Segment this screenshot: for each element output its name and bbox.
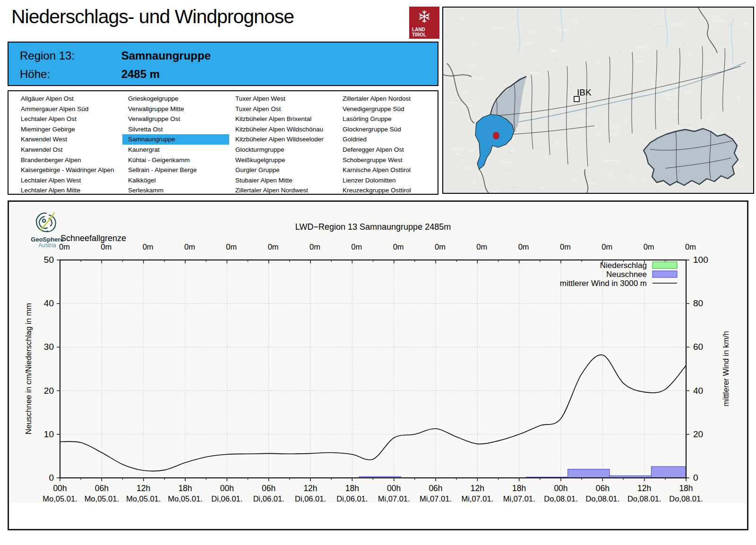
region-list-item-sellrain-alpeiner-berge[interactable]: Sellrain - Alpeiner Berge	[122, 165, 229, 175]
region-list-item-zillertaler-alpen-nordwest[interactable]: Zillertaler Alpen Nordwest	[230, 185, 336, 196]
x-axis-date-label: Do,08.01.	[627, 494, 662, 503]
snowline-value-label: 0m	[184, 242, 195, 251]
region-list-item-serleskamm[interactable]: Serleskamm	[122, 185, 229, 196]
region-list-item-lechtaler-alpen-west[interactable]: Lechtaler Alpen West	[15, 175, 122, 186]
left-axis-title: Neuschnee in cm/Niederschlag in mm	[24, 303, 33, 434]
region-list-item-kreuzeckgruppe-osttirol[interactable]: Kreuzeckgruppe Osttirol	[337, 185, 444, 196]
snowline-value-label: 0m	[393, 242, 404, 251]
snowline-value-label: 0m	[351, 242, 362, 251]
region-list-item-lienzer-dolomitten[interactable]: Lienzer Dolomitten	[337, 175, 444, 186]
region-list-item-k-htai-geigenkamm[interactable]: Kühtai - Geigenkamm	[122, 155, 229, 165]
region-list-item-karwendel-ost[interactable]: Karwendel Ost	[15, 145, 122, 155]
region-list-item-verwallgruppe-ost[interactable]: Verwallgruppe Ost	[122, 114, 229, 124]
region-list-item-samnaungruppe[interactable]: Samnaungruppe	[122, 134, 229, 145]
x-axis-time-label: 00h	[220, 484, 234, 493]
x-axis-date-label: Mi,07.01.	[420, 494, 452, 503]
x-axis-date-label: Di,06.01.	[295, 494, 326, 503]
selected-region-samnaungruppe[interactable]	[475, 114, 514, 169]
land-tirol-logo-line1: LAND	[412, 27, 425, 32]
x-axis-time-label: 18h	[512, 484, 526, 493]
region-list-item-verwallgruppe-mitte[interactable]: Verwallgruppe Mitte	[122, 104, 229, 114]
wind-line-series	[60, 355, 686, 471]
legend-label: Niederschlag	[600, 261, 647, 270]
x-axis-date-label: Mi,07.01.	[378, 494, 410, 503]
region-list-item-silvretta-ost[interactable]: Silvretta Ost	[122, 124, 229, 135]
region-list-item-ammergauer-alpen-s-d[interactable]: Ammergauer Alpen Süd	[15, 104, 122, 114]
region-list-item-kaunergrat[interactable]: Kaunergrat	[122, 145, 229, 155]
region-list-item-wei-kugelgruppe[interactable]: Weißkugelgruppe	[230, 155, 336, 165]
forecast-chart: 010203040500204060801000m0m0m0m0m0m0m0m0…	[9, 202, 747, 503]
x-axis-time-label: 06h	[262, 484, 275, 493]
x-axis-date-label: Mi,07.01.	[503, 494, 535, 503]
region-list-item-tuxer-alpen-ost[interactable]: Tuxer Alpen Ost	[230, 104, 336, 114]
x-axis-time-label: 00h	[387, 484, 401, 493]
region-list-item-kitzb-heler-alpen-wildseeloder[interactable]: Kitzbüheler Alpen Wildseeloder	[230, 134, 336, 145]
geosphere-logo-icon	[33, 211, 62, 234]
neuschnee-bar	[651, 467, 686, 478]
tirol-map: IBK	[442, 7, 754, 194]
region-list-item-glocknergruppe-s-d[interactable]: Glocknergruppe Süd	[337, 124, 444, 135]
snowline-axis-title: Schneefallgrenze	[60, 234, 126, 243]
region-list-item-allg-uer-alpen-ost[interactable]: Allgäuer Alpen Ost	[15, 94, 122, 104]
chart-frame: 010203040500204060801000m0m0m0m0m0m0m0m0…	[8, 200, 748, 530]
chart-panel: 010203040500204060801000m0m0m0m0m0m0m0m0…	[9, 202, 747, 503]
region-list-item-stubaier-alpen-mitte[interactable]: Stubaier Alpen Mitte	[230, 175, 336, 186]
snowline-value-label: 0m	[476, 242, 487, 251]
snowline-value-label: 0m	[435, 242, 446, 251]
region-list-item-lechtaler-alpen-mitte[interactable]: Lechtaler Alpen Mitte	[15, 185, 122, 196]
legend-swatch-neuschnee	[653, 271, 677, 277]
x-axis-date-label: Mo,05.01.	[126, 494, 161, 503]
x-axis-time-label: 06h	[596, 484, 610, 493]
region-list-item-karnische-alpen-osttirol[interactable]: Karnische Alpen Osttirol	[337, 165, 444, 175]
region-info-box: Region 13: Samnaungruppe Höhe: 2485 m	[8, 42, 438, 86]
region-list-item-lechtaler-alpen-ost[interactable]: Lechtaler Alpen Ost	[15, 114, 122, 124]
snowline-value-label: 0m	[560, 242, 571, 251]
left-axis-tick-label: 0	[49, 473, 54, 483]
region-list-item-glockturmgruppe[interactable]: Glockturmgruppe	[230, 145, 336, 155]
selected-region-marker	[493, 132, 499, 139]
region-list-item-schobergruppe-west[interactable]: Schobergruppe West	[337, 155, 444, 165]
region-list-item-kitzb-heler-alpen-wildsch-nau[interactable]: Kitzbüheler Alpen Wildschönau	[230, 124, 336, 135]
tirol-map-canvas[interactable]: IBK	[443, 8, 753, 193]
right-axis-tick-label: 60	[693, 342, 703, 352]
x-axis-time-label: 12h	[637, 484, 651, 493]
region-list-item-goldried[interactable]: Goldried	[337, 134, 444, 145]
left-axis-tick-label: 50	[44, 255, 54, 265]
x-axis-date-label: Mo,05.01.	[43, 494, 77, 503]
left-axis-tick-label: 30	[44, 342, 54, 352]
region-list-item-karwendel-west[interactable]: Karwendel West	[15, 134, 122, 145]
geosphere-logo: GeoSphere Austria	[25, 211, 70, 248]
region-selector-list: Allgäuer Alpen OstAmmergauer Alpen SüdLe…	[8, 90, 438, 195]
x-axis-date-label: Di,06.01.	[211, 494, 242, 503]
region-list-item-venedigergruppe-s-d[interactable]: Venedigergruppe Süd	[337, 104, 444, 114]
snowline-value-label: 0m	[601, 242, 612, 251]
region-list-item-zillertaler-alpen-nordost[interactable]: Zillertaler Alpen Nordost	[337, 94, 444, 104]
right-axis-tick-label: 0	[693, 473, 698, 483]
region-list-item-deferegger-alpen-ost[interactable]: Deferegger Alpen Ost	[337, 145, 444, 155]
region-list-item-gurgler-gruppe[interactable]: Gurgler Gruppe	[230, 165, 336, 175]
region-list-item-tuxer-alpen-west[interactable]: Tuxer Alpen West	[230, 94, 336, 104]
x-axis-date-label: Do,08.01.	[544, 494, 578, 503]
x-axis-time-label: 00h	[554, 484, 567, 493]
region-list-item-las-rling-gruppe[interactable]: Lasörling Gruppe	[337, 114, 444, 124]
x-axis-time-label: 06h	[95, 484, 109, 493]
region-number-label: Region 13:	[20, 49, 118, 62]
altitude-value: 2485 m	[121, 68, 160, 80]
neuschnee-bar	[568, 469, 610, 478]
x-axis-time-label: 12h	[137, 484, 150, 493]
land-tirol-logo: LAND TIROL	[409, 7, 439, 39]
x-axis-date-label: Mi,07.01.	[461, 494, 493, 503]
region-list-item-mieminger-gebirge[interactable]: Mieminger Gebirge	[15, 124, 122, 135]
region-list-item-brandenberger-alpen[interactable]: Brandenberger Alpen	[15, 155, 122, 165]
legend-label: mittlerer Wind in 3000 m	[560, 279, 647, 288]
region-list-item-grieskogelgruppe[interactable]: Grieskogelgruppe	[122, 94, 229, 104]
region-list-item-kaisergebirge-waidringer-alpen[interactable]: Kaisergebirge - Waidringer Alpen	[15, 165, 122, 175]
x-axis-date-label: Mo,05.01.	[85, 494, 119, 503]
x-axis-time-label: 18h	[345, 484, 359, 493]
region-list-item-kalkk-gel[interactable]: Kalkkögel	[122, 175, 229, 186]
snowline-value-label: 0m	[101, 242, 112, 251]
region-list-item-kitzb-heler-alpen-brixental[interactable]: Kitzbüheler Alpen Brixental	[230, 114, 336, 124]
legend-label: Neuschnee	[606, 270, 647, 279]
x-axis-date-label: Di,06.01.	[253, 494, 284, 503]
ibk-city-label: IBK	[577, 87, 592, 97]
